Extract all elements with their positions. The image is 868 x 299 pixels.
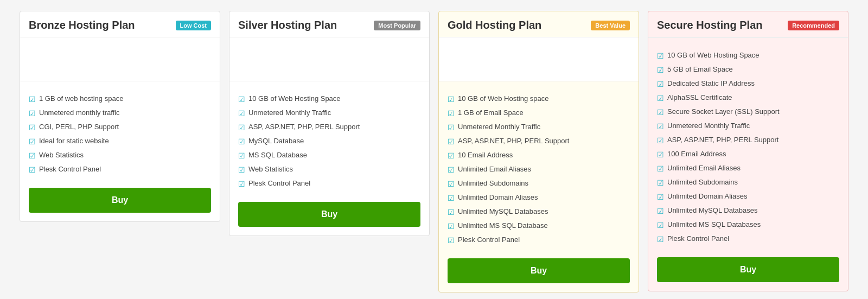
plan-features-bronze: ☑1 GB of web hosting space☑Unmetered mon… — [20, 87, 220, 186]
feature-text: Dedicated Static IP Address — [667, 78, 755, 89]
list-item: ☑Web Statistics — [29, 149, 211, 163]
feature-text: Unlimited MySQL Databases — [667, 205, 757, 216]
feature-text: Unmetered Monthly Traffic — [667, 120, 750, 131]
check-icon: ☑ — [657, 206, 664, 217]
list-item: ☑MS SQL Database — [238, 149, 420, 163]
list-item: ☑10 GB of Web Hosting Space — [238, 92, 420, 106]
list-item: ☑5 GB of Email Space — [657, 63, 839, 77]
check-icon: ☑ — [657, 192, 664, 203]
list-item: ☑Unmetered Monthly Traffic — [657, 119, 839, 133]
check-icon: ☑ — [657, 65, 664, 76]
check-icon: ☑ — [448, 150, 455, 162]
list-item: ☑10 GB of Web Hosting Space — [657, 49, 839, 63]
list-item: ☑Web Statistics — [238, 163, 420, 177]
list-item: ☑ASP, ASP.NET, PHP, PERL Support — [657, 133, 839, 148]
list-item: ☑Unlimited Subdomains — [448, 177, 630, 191]
list-item: ☑1 GB of Email Space — [448, 106, 630, 120]
feature-text: Unlimited Domain Aliases — [667, 191, 747, 202]
check-icon: ☑ — [657, 163, 664, 175]
list-item: ☑Unlimited Subdomains — [657, 176, 839, 190]
feature-text: Plesk Control Panel — [667, 233, 729, 244]
check-icon: ☑ — [657, 107, 664, 118]
list-item: ☑Unmetered Monthly Traffic — [238, 106, 420, 120]
plan-features-secure: ☑10 GB of Web Hosting Space☑5 GB of Emai… — [648, 43, 848, 255]
feature-text: Unlimited MS SQL Databases — [667, 219, 761, 230]
list-item: ☑CGI, PERL, PHP Support — [29, 120, 211, 135]
list-item: ☑Unlimited MS SQL Databases — [657, 218, 839, 232]
buy-button-silver[interactable]: Buy — [238, 202, 420, 227]
list-item: ☑Plesk Control Panel — [29, 163, 211, 177]
check-icon: ☑ — [448, 122, 455, 133]
plan-divider-secure — [648, 37, 848, 38]
list-item: ☑1 GB of web hosting space — [29, 92, 211, 106]
check-icon: ☑ — [238, 164, 245, 176]
plan-features-gold: ☑10 GB of Web Hosting space☑1 GB of Emai… — [439, 87, 639, 256]
check-icon: ☑ — [29, 164, 36, 176]
feature-text: MS SQL Database — [248, 150, 307, 161]
feature-text: CGI, PERL, PHP Support — [39, 122, 119, 132]
list-item: ☑Dedicated Static IP Address — [657, 77, 839, 91]
buy-button-gold[interactable]: Buy — [448, 258, 630, 283]
list-item: ☑10 Email Address — [448, 149, 630, 163]
check-icon: ☑ — [657, 220, 664, 231]
check-icon: ☑ — [238, 150, 245, 162]
list-item: ☑Plesk Control Panel — [238, 177, 420, 191]
plan-image-silver — [229, 37, 429, 81]
buy-button-bronze[interactable]: Buy — [29, 188, 211, 213]
plan-badge-secure: Recommended — [788, 21, 839, 30]
list-item: ☑Unlimited Email Aliases — [657, 162, 839, 176]
plan-title-gold: Gold Hosting Plan — [448, 19, 541, 31]
check-icon: ☑ — [657, 177, 664, 189]
buy-button-secure[interactable]: Buy — [657, 257, 839, 282]
feature-text: 100 Email Address — [667, 149, 726, 160]
feature-text: Unmetered Monthly Traffic — [248, 107, 331, 118]
plan-title-secure: Secure Hosting Plan — [657, 19, 763, 31]
feature-text: Unmetered Monthly Traffic — [458, 122, 540, 132]
check-icon: ☑ — [448, 136, 455, 148]
check-icon: ☑ — [448, 179, 455, 190]
check-icon: ☑ — [657, 135, 664, 147]
plan-card-secure: Secure Hosting PlanRecommended☑10 GB of … — [648, 11, 848, 291]
check-icon: ☑ — [448, 94, 455, 105]
check-icon: ☑ — [448, 207, 455, 218]
feature-text: Ideal for static website — [39, 136, 109, 147]
list-item: ☑Secure Socket Layer (SSL) Support — [657, 105, 839, 119]
list-item: ☑Unmetered Monthly Traffic — [448, 120, 630, 135]
plan-image-bronze — [20, 37, 220, 81]
plan-badge-silver: Most Popular — [374, 21, 420, 30]
check-icon: ☑ — [238, 179, 245, 190]
plan-header-silver: Silver Hosting PlanMost Popular — [229, 11, 429, 37]
check-icon: ☑ — [448, 235, 455, 246]
plan-divider-gold — [439, 81, 639, 81]
list-item: ☑ASP, ASP.NET, PHP, PERL Support — [448, 135, 630, 149]
list-item: ☑Plesk Control Panel — [657, 232, 839, 246]
plan-image-gold — [439, 37, 639, 81]
check-icon: ☑ — [657, 121, 664, 132]
list-item: ☑ASP, ASP.NET, PHP, PERL Support — [238, 120, 420, 135]
plan-card-bronze: Bronze Hosting PlanLow Cost☑1 GB of web … — [20, 11, 220, 222]
feature-text: ASP, ASP.NET, PHP, PERL Support — [248, 122, 360, 132]
feature-text: 5 GB of Email Space — [667, 64, 733, 75]
list-item: ☑MySQL Database — [238, 135, 420, 149]
check-icon: ☑ — [29, 94, 36, 105]
check-icon: ☑ — [238, 136, 245, 148]
feature-text: Unlimited Subdomains — [667, 177, 738, 188]
list-item: ☑100 Email Address — [657, 148, 839, 162]
feature-text: Unlimited MySQL Databases — [458, 206, 548, 217]
list-item: ☑Plesk Control Panel — [448, 233, 630, 247]
check-icon: ☑ — [29, 136, 36, 148]
list-item: ☑Unlimited Domain Aliases — [657, 190, 839, 204]
plan-title-silver: Silver Hosting Plan — [238, 19, 337, 31]
feature-text: Web Statistics — [39, 150, 84, 161]
feature-text: Unlimited Domain Aliases — [458, 192, 538, 203]
plan-badge-gold: Best Value — [591, 21, 630, 30]
feature-text: MySQL Database — [248, 136, 304, 147]
feature-text: ASP, ASP.NET, PHP, PERL Support — [458, 136, 569, 147]
feature-text: Web Statistics — [248, 164, 293, 175]
check-icon: ☑ — [448, 221, 455, 232]
feature-text: Unlimited Email Aliases — [667, 163, 741, 174]
list-item: ☑AlphaSSL Certificate — [657, 91, 839, 105]
check-icon: ☑ — [657, 50, 664, 62]
list-item: ☑Unlimited MySQL Databases — [448, 205, 630, 219]
plan-header-gold: Gold Hosting PlanBest Value — [439, 11, 639, 37]
